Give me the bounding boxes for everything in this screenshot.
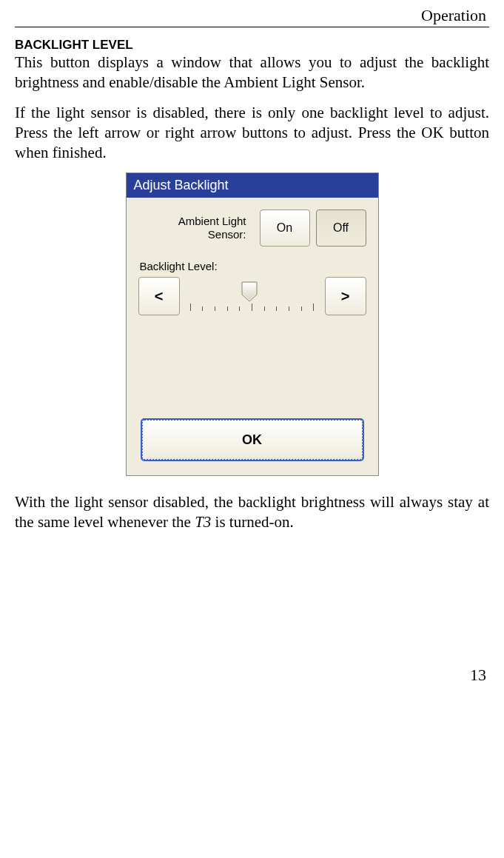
page-number: 13 — [15, 666, 489, 685]
ambient-light-sensor-label: Ambient Light Sensor: — [138, 215, 254, 243]
slider-thumb-icon — [241, 281, 258, 302]
dialog-body: Ambient Light Sensor: On Off Backlight L… — [127, 198, 378, 475]
off-button[interactable]: Off — [316, 210, 366, 247]
paragraph-2: If the light sensor is disabled, there i… — [15, 103, 489, 163]
page: Operation BACKLIGHT LEVEL This button di… — [0, 0, 504, 700]
paragraph-1: This button displays a window that allow… — [15, 53, 489, 93]
on-button-label: On — [277, 221, 292, 235]
page-header-title: Operation — [421, 6, 486, 25]
slider-ticks — [187, 304, 317, 311]
ok-button-label: OK — [242, 432, 262, 448]
paragraph-3-text-b: is turned-on. — [211, 513, 293, 531]
als-label-line1: Ambient Light — [178, 215, 246, 227]
on-button[interactable]: On — [260, 210, 310, 247]
als-label-line2: Sensor: — [208, 228, 246, 241]
ok-row: OK — [138, 419, 366, 468]
adjust-backlight-dialog: Adjust Backlight Ambient Light Sensor: O… — [126, 172, 379, 476]
off-button-label: Off — [333, 221, 349, 235]
ok-word: OK — [421, 124, 443, 141]
ambient-light-sensor-row: Ambient Light Sensor: On Off — [138, 210, 366, 247]
increase-button[interactable]: > — [325, 277, 366, 315]
ok-button[interactable]: OK — [141, 419, 363, 460]
paragraph-2-text-a: If the light sensor is disabled, there i… — [15, 104, 489, 141]
decrease-button[interactable]: < — [138, 277, 180, 315]
backlight-slider-row: < — [138, 277, 366, 315]
backlight-slider[interactable] — [187, 277, 317, 315]
figure: Adjust Backlight Ambient Light Sensor: O… — [15, 172, 489, 476]
t3-word: T3 — [195, 513, 211, 531]
page-header: Operation — [15, 6, 489, 25]
paragraph-3: With the light sensor disabled, the back… — [15, 492, 489, 532]
header-rule — [15, 27, 489, 27]
backlight-level-label: Backlight Level: — [138, 260, 366, 272]
left-arrow-icon: < — [155, 288, 164, 305]
dialog-titlebar: Adjust Backlight — [127, 173, 378, 198]
paragraph-1-text: This button displays a window that allow… — [15, 53, 489, 91]
section-heading: BACKLIGHT LEVEL — [15, 38, 489, 53]
right-arrow-icon: > — [341, 288, 350, 305]
